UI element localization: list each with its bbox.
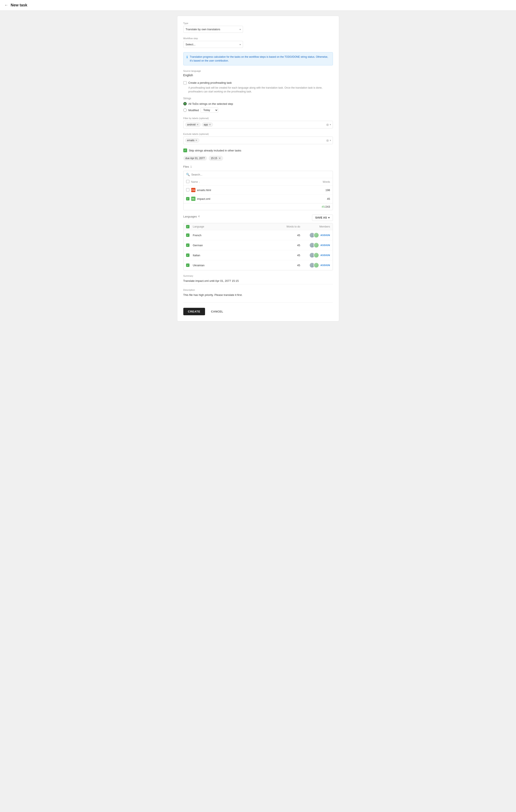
lang-ukrainian-checkbox[interactable]: ✓ — [186, 263, 189, 267]
due-date-chip[interactable]: due Apr 01, 2077 — [183, 156, 207, 161]
create-button[interactable]: CREATE — [183, 308, 205, 315]
lang-italian-words: 45 — [275, 254, 300, 257]
avatar — [314, 253, 319, 258]
avatar — [314, 242, 319, 248]
exclude-labels-field-group: Exclude labels (optional) emails ✕ ⊗ ▾ — [183, 133, 333, 144]
pending-proofreading-checkbox[interactable] — [183, 81, 187, 85]
languages-section-header: Languages 4 SAVE AS ▾ — [183, 214, 333, 221]
exclude-tags-dropdown[interactable]: ▾ — [330, 139, 331, 142]
description-value: This file has high priority. Please tran… — [183, 292, 333, 298]
skip-strings-checkbox[interactable]: ✓ — [183, 148, 187, 152]
workflow-select[interactable]: Select... — [183, 41, 243, 48]
pending-proofreading-label: Create a pending proofreading task — [188, 81, 232, 84]
page-title: New task — [11, 3, 27, 7]
tag-emails-close[interactable]: ✕ — [195, 139, 197, 142]
strings-radio-modified[interactable] — [183, 109, 187, 112]
strings-field-group: Strings All ToDo strings on the selected… — [183, 97, 333, 113]
file-impact-check-wrapper: ✓ — [186, 197, 191, 201]
task-form-card: Type Translate by own translators ▾ Work… — [177, 16, 339, 321]
summary-value: Translate impact.xml until Apr 01, 2077 … — [183, 279, 333, 284]
tag-app-close[interactable]: ✕ — [209, 123, 211, 126]
type-label: Type — [183, 22, 333, 25]
tag-app: app ✕ — [202, 122, 213, 127]
total-selected: 45 — [322, 205, 325, 208]
lang-col-language: Language — [193, 225, 275, 228]
lang-italian-checkbox[interactable]: ✓ — [186, 254, 189, 257]
back-button[interactable]: ← — [4, 3, 8, 7]
strings-radio-all[interactable] — [183, 102, 187, 106]
languages-section-title: Languages 4 — [183, 215, 200, 218]
lang-table-header: ✓ Language Words to do Members — [184, 223, 333, 230]
strings-radio-modified-label: Modified — [188, 109, 199, 112]
lang-row: ✓ Italian 45 ASSIGN — [184, 250, 333, 260]
lang-ukrainian-words: 45 — [275, 264, 300, 267]
cancel-button[interactable]: CANCEL — [208, 308, 226, 315]
lang-italian-assign-button[interactable]: ASSIGN — [320, 254, 330, 257]
sort-icon[interactable]: ↓ — [199, 181, 200, 183]
filter-tags-dropdown[interactable]: ▾ — [330, 123, 331, 126]
lang-ukrainian-avatars — [309, 262, 319, 268]
files-search-input[interactable] — [191, 173, 330, 176]
description-label: Description — [183, 289, 333, 291]
tag-app-text: app — [204, 123, 208, 126]
tag-android-close[interactable]: ✕ — [196, 123, 199, 126]
file-header-name: Name ↓ — [191, 180, 323, 183]
save-as-arrow-icon: ▾ — [328, 216, 330, 219]
workflow-select-wrapper: Select... ▾ — [183, 41, 243, 48]
skip-strings-row: ✓ Skip strings already included in other… — [183, 148, 333, 152]
info-icon: ℹ — [187, 55, 188, 59]
lang-french-checkbox[interactable]: ✓ — [186, 233, 189, 237]
due-date-row: due Apr 01, 2077 15:15 ✕ — [183, 156, 333, 161]
file-emails-words: 198 — [325, 188, 330, 192]
files-search-row: 🔍 — [184, 171, 333, 178]
save-as-button[interactable]: SAVE AS ▾ — [312, 214, 333, 221]
lang-german-avatars — [309, 242, 319, 248]
files-box: 🔍 Name ↓ Words HTML email — [183, 171, 333, 210]
exclude-tags-field[interactable]: emails ✕ ⊗ ▾ — [183, 137, 333, 144]
file-row: HTML emails.html 198 — [184, 186, 333, 195]
lang-select-all-checkbox[interactable]: ✓ — [186, 225, 189, 228]
languages-count: 4 — [198, 215, 200, 218]
description-field: Description This file has high priority.… — [183, 289, 333, 298]
lang-german-checkbox[interactable]: ✓ — [186, 243, 189, 247]
exclude-tags-clear[interactable]: ⊗ — [326, 139, 329, 143]
file-impact-checkbox[interactable]: ✓ — [186, 197, 189, 200]
tag-android: android ✕ — [185, 122, 200, 127]
source-lang-field-group: Source language English — [183, 70, 333, 77]
lang-french-assign-button[interactable]: ASSIGN — [320, 234, 330, 236]
filter-labels-label: Filter by labels (optional) — [183, 117, 333, 119]
lang-row: ✓ Ukrainian 45 ASSIGN — [184, 260, 333, 270]
html-icon: HTML — [191, 188, 195, 192]
file-emails-name: emails.html — [197, 188, 325, 192]
modified-date-select[interactable]: Today — [200, 108, 218, 113]
skip-strings-label: Skip strings already included in other t… — [189, 149, 241, 152]
info-text: Translation progress calculation for the… — [190, 55, 330, 63]
file-emails-checkbox[interactable] — [186, 188, 189, 192]
tag-android-text: android — [187, 123, 196, 126]
lang-ukrainian-members: ASSIGN — [300, 262, 330, 268]
filter-tags-field[interactable]: android ✕ app ✕ ⊗ ▾ — [183, 121, 333, 128]
divider — [183, 302, 333, 303]
file-impact-name: impact.xml — [197, 197, 327, 200]
filter-tags-clear[interactable]: ⊗ — [326, 123, 329, 127]
strings-label: Strings — [183, 97, 333, 100]
lang-german-words: 45 — [275, 244, 300, 247]
languages-label: Languages — [183, 215, 197, 218]
strings-radio-group-all: All ToDo strings on the selected step — [183, 102, 333, 106]
file-table-header: Name ↓ Words — [184, 178, 333, 186]
filter-labels-field-group: Filter by labels (optional) android ✕ ap… — [183, 117, 333, 128]
lang-german-assign-button[interactable]: ASSIGN — [320, 244, 330, 246]
type-select[interactable]: Translate by own translators — [183, 26, 243, 33]
lang-italian-avatars — [309, 253, 319, 258]
exclude-labels-label: Exclude labels (optional) — [183, 133, 333, 135]
lang-ukrainian-name: Ukrainian — [193, 264, 275, 267]
strings-radio-all-label: All ToDo strings on the selected step — [188, 102, 233, 106]
lang-ukrainian-assign-button[interactable]: ASSIGN — [320, 264, 330, 266]
strings-radio-group-modified: Modified Today — [183, 108, 333, 113]
files-section-title: Files 1 — [183, 165, 333, 168]
file-select-all-checkbox[interactable] — [186, 180, 189, 183]
source-lang-value: English — [183, 74, 333, 77]
lang-row: ✓ French 45 ASSIGN — [184, 230, 333, 240]
due-time-close[interactable]: ✕ — [218, 156, 221, 160]
summary-label: Summary — [183, 274, 333, 277]
